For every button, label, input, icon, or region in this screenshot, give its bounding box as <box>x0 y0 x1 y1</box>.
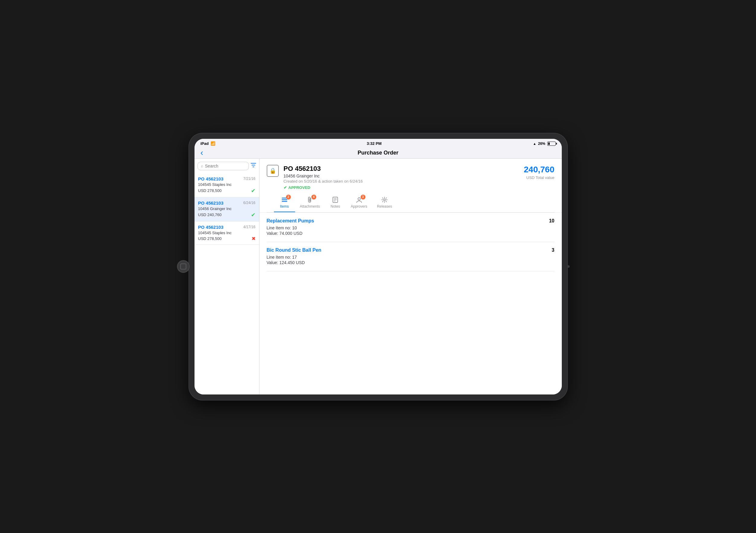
po-amount: USD 278,500 <box>198 188 251 193</box>
line-item-name[interactable]: Replacement Pumps <box>267 218 314 224</box>
status-label: APPROVED <box>288 185 310 190</box>
back-chevron-icon: ‹ <box>201 148 203 158</box>
svg-rect-1 <box>282 199 287 200</box>
rejected-icon: ✖ <box>252 236 256 241</box>
tab-approvers[interactable]: 3 Approvers <box>346 193 372 212</box>
tab-notes[interactable]: Notes <box>325 193 346 212</box>
line-item-no: Line Item no: 17 <box>267 255 554 260</box>
line-item: Bic Round Stic Ball Pen 3 Line Item no: … <box>267 242 554 271</box>
po-vendor: 10456 Grainger Inc <box>198 206 256 211</box>
svg-rect-2 <box>282 201 287 202</box>
camera-dot <box>567 265 570 268</box>
home-button[interactable] <box>177 260 190 273</box>
po-created: Created on 5/20/16 & action taken on 6/2… <box>284 179 519 184</box>
page-title: Purchase Order <box>358 150 398 156</box>
search-bar: ⌕ <box>195 159 259 173</box>
po-vendor-detail: 10456 Grainger Inc <box>284 173 519 178</box>
line-item-qty: 10 <box>549 218 554 224</box>
po-date: 7/21/16 <box>243 177 255 181</box>
po-number: PO 4562103 <box>198 200 224 206</box>
line-item-no: Line Item no: 10 <box>267 225 554 230</box>
tab-items[interactable]: 2 Items <box>274 193 295 212</box>
tab-approvers-label: Approvers <box>351 204 367 209</box>
tab-releases[interactable]: Releases <box>372 193 397 212</box>
back-button[interactable]: ‹ <box>201 148 203 158</box>
po-info: PO 4562103 10456 Grainger Inc Created on… <box>284 165 519 190</box>
status-right: ▲ 26% <box>533 141 556 146</box>
approved-icon: ✔ <box>251 188 256 194</box>
po-status: ✔ APPROVED <box>284 185 519 190</box>
battery-pct: 26% <box>538 141 545 146</box>
main-content: ⌕ PO 4562103 7/21/16 <box>195 159 562 394</box>
po-total: 240,760 USD Total value <box>524 165 554 180</box>
approvers-badge: 3 <box>361 195 365 199</box>
ipad-screen: iPad 📶 3:32 PM ▲ 26% ‹ Purchase Order <box>195 139 562 394</box>
po-id: PO 4562103 <box>284 165 519 173</box>
po-vendor: 104545 Staples Inc <box>198 182 256 187</box>
detail-content: Replacement Pumps 10 Line Item no: 10 Va… <box>259 213 562 394</box>
attachments-badge: 4 <box>311 195 316 199</box>
device-model: iPad <box>201 141 209 146</box>
po-vendor: 104545 Staples Inc <box>198 231 256 235</box>
sidebar: ⌕ PO 4562103 7/21/16 <box>195 159 259 394</box>
po-number: PO 4562103 <box>198 224 224 230</box>
battery-fill <box>548 142 550 145</box>
search-input[interactable] <box>205 164 246 168</box>
search-input-wrapper[interactable]: ⌕ <box>198 162 249 170</box>
line-item-qty: 3 <box>552 247 554 253</box>
tab-releases-label: Releases <box>377 204 392 209</box>
status-bar: iPad 📶 3:32 PM ▲ 26% <box>195 139 562 148</box>
tabs: 2 Items 4 Attachme <box>267 193 554 213</box>
svg-point-7 <box>358 198 360 200</box>
list-item[interactable]: PO 4562103 7/21/16 104545 Staples Inc US… <box>195 173 259 197</box>
search-icon: ⌕ <box>201 164 203 168</box>
line-item-value: Value: 124.450 USD <box>267 260 554 265</box>
po-number: PO 4562103 <box>198 176 224 181</box>
po-date: 4/17/16 <box>243 225 255 229</box>
tab-notes-label: Notes <box>331 204 340 209</box>
line-item: Replacement Pumps 10 Line Item no: 10 Va… <box>267 213 554 242</box>
po-amount: USD 240,760 <box>198 213 251 217</box>
po-amount: USD 278,500 <box>198 236 252 241</box>
tab-items-label: Items <box>280 204 289 209</box>
battery-icon <box>547 141 556 146</box>
approved-icon: ✔ <box>251 212 256 218</box>
status-check-icon: ✔ <box>284 185 287 190</box>
po-header: PO 4562103 10456 Grainger Inc Created on… <box>259 159 562 213</box>
status-left: iPad 📶 <box>201 141 215 146</box>
list-item[interactable]: PO 4562103 4/17/16 104545 Staples Inc US… <box>195 221 259 245</box>
svg-point-8 <box>384 199 385 201</box>
tab-attachments[interactable]: 4 Attachments <box>295 193 325 212</box>
po-total-value: 240,760 <box>524 165 554 174</box>
line-item-value: Value: 74.000 USD <box>267 231 554 236</box>
items-badge: 2 <box>286 195 291 199</box>
list-item[interactable]: PO 4562103 6/24/16 10456 Grainger Inc US… <box>195 197 259 221</box>
filter-button[interactable] <box>251 163 256 169</box>
lock-icon <box>267 165 279 177</box>
wifi-icon: 📶 <box>210 141 215 146</box>
po-total-label: USD Total value <box>524 175 554 180</box>
tab-attachments-label: Attachments <box>300 204 320 209</box>
nav-bar: ‹ Purchase Order <box>195 148 562 159</box>
ipad-frame: iPad 📶 3:32 PM ▲ 26% ‹ Purchase Order <box>189 133 567 400</box>
po-date: 6/24/16 <box>243 201 255 205</box>
detail-panel: PO 4562103 10456 Grainger Inc Created on… <box>259 159 562 394</box>
po-list: PO 4562103 7/21/16 104545 Staples Inc US… <box>195 173 259 394</box>
status-time: 3:32 PM <box>367 141 382 146</box>
line-item-name[interactable]: Bic Round Stic Ball Pen <box>267 247 321 253</box>
location-icon: ▲ <box>533 142 536 145</box>
